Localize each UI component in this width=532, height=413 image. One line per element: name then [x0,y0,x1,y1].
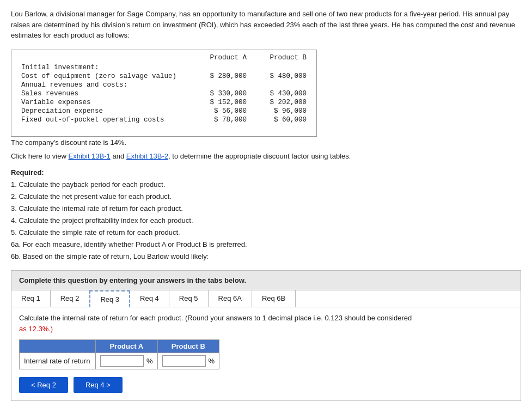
exhibit-text-1: Click here to view [11,152,68,160]
table-header-product-a: Product A [191,53,251,63]
table-cell-label: Fixed out-of-pocket operating costs [17,116,191,124]
tab-req5[interactable]: Req 5 [169,290,209,307]
intro-paragraph: Lou Barlow, a divisional manager for Sag… [11,9,521,41]
required-heading: Required: [11,167,521,179]
exhibit-link-1[interactable]: Exhibit 13B-1 [68,152,110,160]
table-cell-label: Variable expenses [17,98,191,107]
table-cell-b: $ 60,000 [251,116,311,124]
table-cell-b: $ 96,000 [251,107,311,116]
table-cell-b: $ 430,000 [251,89,311,98]
table-cell-a [191,63,251,72]
data-table-container: Product A Product B Initial investment:C… [11,50,317,137]
tab-req3[interactable]: Req 3 [89,290,130,307]
table-cell-b [251,81,311,89]
table-cell-label: Depreciation expense [17,107,191,116]
table-cell-a: $ 330,000 [191,89,251,98]
input-cell-b: % [162,355,215,367]
exhibit-text-2: and [111,152,126,160]
exhibit-text-3: , to determine the appropriate discount … [168,152,351,160]
complete-box: Complete this question by entering your … [11,270,521,290]
answer-table-header-a: Product A [96,340,158,353]
calc-instruction: Calculate the internal rate of return fo… [19,313,513,334]
required-item: 1. Calculate the payback period for each… [11,179,521,191]
required-item: 6b. Based on the simple rate of return, … [11,251,521,263]
pct-label-a: % [145,357,153,365]
required-item: 4. Calculate the project profitability i… [11,215,521,227]
table-cell-b: $ 202,000 [251,98,311,107]
table-row: Annual revenues and costs: [17,81,311,89]
table-row: Internal rate of return % % [20,353,219,369]
required-section: Required: 1. Calculate the payback perio… [11,167,521,263]
input-cell-a: % [100,355,153,367]
table-cell-label: Sales revenues [17,89,191,98]
table-row: Cost of equipment (zero salvage value)$ … [17,72,311,81]
tabs-row: Req 1Req 2Req 3Req 4Req 5Req 6AReq 6B [11,290,521,307]
table-row: Sales revenues$ 330,000$ 430,000 [17,89,311,98]
cell-product-b: % [157,353,219,369]
table-cell-b: $ 480,000 [251,72,311,81]
tab-req1[interactable]: Req 1 [11,290,51,307]
answer-table: Product A Product B Internal rate of ret… [19,339,219,369]
pct-label-b: % [207,357,215,365]
prev-button[interactable]: < Req 2 [19,377,68,393]
table-cell-label: Initial investment: [17,63,191,72]
tab-req6a[interactable]: Req 6A [209,290,252,307]
tab-content: Calculate the internal rate of return fo… [11,307,521,400]
tab-req6b[interactable]: Req 6B [252,290,296,307]
tab-req4[interactable]: Req 4 [130,290,169,307]
required-item: 3. Calculate the internal rate of return… [11,203,521,215]
table-row: Depreciation expense$ 56,000$ 96,000 [17,107,311,116]
table-cell-a: $ 280,000 [191,72,251,81]
input-product-b[interactable] [162,355,206,367]
instruction-text-2: as 12.3%.) [19,325,53,333]
nav-buttons: < Req 2 Req 4 > [19,377,513,393]
next-button[interactable]: Req 4 > [74,377,123,393]
table-cell-b [251,63,311,72]
table-cell-a [191,81,251,89]
product-data-table: Product A Product B Initial investment:C… [17,53,311,124]
table-row: Initial investment: [17,63,311,72]
required-item: 2. Calculate the net present value for e… [11,191,521,203]
table-col-label-empty [17,53,191,63]
cell-product-a: % [96,353,158,369]
complete-box-text: Complete this question by entering your … [19,276,246,284]
instruction-text-1: Calculate the internal rate of return fo… [19,314,412,322]
table-header-product-b: Product B [251,53,311,63]
table-cell-a: $ 78,000 [191,116,251,124]
tabs-section: Req 1Req 2Req 3Req 4Req 5Req 6AReq 6B Ca… [11,290,521,401]
exhibit-link-2[interactable]: Exhibit 13B-2 [126,152,168,160]
tab-req2[interactable]: Req 2 [51,290,90,307]
table-row: Variable expenses$ 152,000$ 202,000 [17,98,311,107]
table-cell-label: Cost of equipment (zero salvage value) [17,72,191,81]
answer-table-header-b: Product B [157,340,219,353]
row-label-irr: Internal rate of return [20,353,96,369]
answer-table-empty-header [20,340,96,353]
table-cell-a: $ 152,000 [191,98,251,107]
table-cell-a: $ 56,000 [191,107,251,116]
input-product-a[interactable] [100,355,144,367]
required-item: 5. Calculate the simple rate of return f… [11,227,521,239]
required-item: 6a. For each measure, identify whether P… [11,239,521,251]
discount-rate-text: The company's discount rate is 14%. [11,138,521,147]
table-row: Fixed out-of-pocket operating costs$ 78,… [17,116,311,124]
table-cell-label: Annual revenues and costs: [17,81,191,89]
exhibit-text: Click here to view Exhibit 13B-1 and Exh… [11,152,521,160]
